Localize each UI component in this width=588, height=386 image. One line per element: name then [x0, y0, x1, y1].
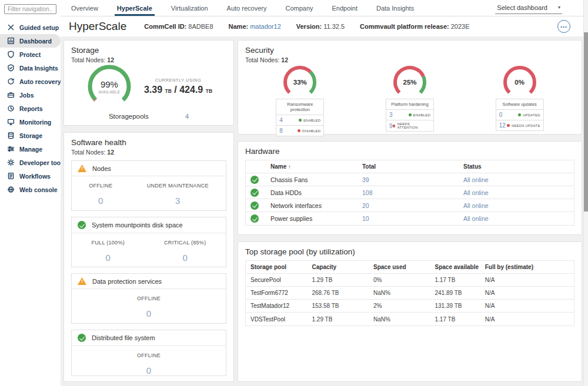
sidebar-item-manage[interactable]: Manage: [0, 142, 61, 156]
total-count-link[interactable]: 10: [362, 215, 463, 222]
needs-update-count-link[interactable]: 12: [499, 122, 506, 129]
ellipsis-icon: •••: [560, 24, 567, 29]
enabled-count-link[interactable]: 4: [279, 117, 283, 123]
tab-overview[interactable]: Overview: [62, 0, 108, 16]
nodes-maintenance-count-link[interactable]: 3: [147, 196, 209, 206]
green-dot-icon: [409, 113, 412, 116]
select-dashboard-dropdown[interactable]: Select dashboard ▾: [495, 2, 562, 14]
gauge-sublabel: AVAILABLE: [99, 90, 121, 94]
enabled-count-link[interactable]: 3: [389, 112, 393, 118]
currently-using-label: CURRENTLY USING: [144, 78, 212, 83]
nodes-maintenance-stat: UNDER MAINTENANCE 3: [147, 183, 209, 206]
security-card-title: Security: [245, 46, 574, 55]
software-health-total-nodes: Total Nodes: 12: [71, 149, 226, 156]
monitor-icon: [7, 118, 15, 126]
status-link[interactable]: All online: [463, 215, 574, 222]
top-storage-pool-card: Top storage pool (by utilization) Storag…: [238, 241, 582, 382]
sidebar-item-web-console[interactable]: Web console: [0, 183, 61, 196]
storage-availability-gauge: 99% AVAILABLE: [85, 62, 133, 110]
total-count-link[interactable]: 20: [362, 202, 463, 209]
table-row: Data HDDs 108 All online: [246, 186, 574, 199]
sort-ascending-icon[interactable]: ↑: [288, 164, 291, 170]
tab-endpoint[interactable]: Endpoint: [323, 0, 367, 16]
platform-hardening-gauge: 25%: [391, 63, 429, 101]
storage-usage: CURRENTLY USING 3.39 TB / 424.9 TB: [144, 78, 212, 95]
sidebar-item-monitoring[interactable]: Monitoring: [0, 115, 61, 129]
top-storage-pool-table: Storage pool Capacity Space used Space a…: [245, 260, 574, 326]
commcell-name-link[interactable]: matador12: [248, 23, 281, 30]
total-count-link[interactable]: 39: [362, 176, 463, 183]
storage-card: Storage Total Nodes: 12 99% AVAILABLE CU…: [64, 40, 234, 126]
report-clock-icon: [7, 105, 15, 112]
database-icon: [7, 132, 15, 139]
distributed-fs-section: Distributed file system OFFLINE 0: [71, 330, 226, 376]
globe-icon: [7, 186, 15, 193]
table-row: Power supplies 10 All online: [246, 212, 574, 225]
storagepools-count-link[interactable]: 4: [185, 113, 189, 120]
more-options-button[interactable]: •••: [557, 20, 570, 33]
table-row: 4 ENABLED: [276, 115, 323, 126]
security-total-nodes: Total Nodes: 12: [245, 56, 574, 63]
top-pool-table-header: Storage pool Capacity Space used Space a…: [246, 261, 574, 274]
table-row: TestMatador12 153.58 TB 2% 131.39 TB N/A: [246, 300, 574, 313]
table-row: 0 UPDATED: [496, 110, 543, 120]
tab-data-insights[interactable]: Data Insights: [367, 0, 423, 16]
storage-card-title: Storage: [71, 46, 226, 55]
commcell-name: Name:matador12: [229, 23, 281, 30]
disabled-count-link[interactable]: 8: [279, 127, 283, 134]
mountpoints-critical-stat: CRITICAL (85%) 0: [164, 240, 206, 263]
sidebar-item-workflows[interactable]: Workflows: [0, 169, 61, 183]
status-link[interactable]: All online: [463, 176, 574, 183]
status-link[interactable]: All online: [463, 189, 574, 196]
filter-navigation-input[interactable]: [4, 4, 56, 14]
header-meta: CommCell ID:8ADBE8 Name:matador12 Versio…: [144, 23, 469, 30]
tab-company[interactable]: Company: [276, 0, 322, 16]
usage-values: 3.39 TB / 424.9 TB: [144, 85, 212, 95]
table-row: TestForm6772 268.76 TB NaN% 241.89 TB N/…: [246, 287, 574, 300]
sidebar-item-developer-tools[interactable]: Developer tools: [0, 156, 61, 169]
storagepools-label: Storagepools: [109, 113, 149, 120]
hardware-card: Hardware Name ↑ Total Status Chassis Fan…: [238, 141, 582, 235]
sidebar-item-guided-setup[interactable]: Guided setup: [0, 21, 61, 34]
total-count-link[interactable]: 108: [362, 189, 463, 196]
sidebar-item-jobs[interactable]: Jobs: [0, 88, 61, 102]
status-link[interactable]: All online: [463, 202, 574, 209]
sidebar-item-data-insights[interactable]: Data Insights: [0, 61, 61, 75]
tab-hyperscale[interactable]: HyperScale: [108, 0, 162, 16]
scrollbar-thumb[interactable]: [584, 32, 588, 212]
chevron-down-icon: ▾: [558, 5, 560, 10]
software-health-title: Software health: [71, 138, 226, 147]
tab-auto-recovery[interactable]: Auto recovery: [218, 0, 276, 16]
right-column: Security Total Nodes: 12 33% Ransomware …: [238, 40, 582, 382]
nodes-offline-count-link[interactable]: 0: [89, 196, 112, 206]
hardware-table: Name ↑ Total Status Chassis Fans 39 All …: [245, 160, 574, 226]
security-card: Security Total Nodes: 12 33% Ransomware …: [238, 40, 582, 135]
sidebar-item-auto-recovery[interactable]: Auto recovery: [0, 75, 61, 88]
table-row: VDSTestPool 1.29 TB NaN% 1.17 TB N/A: [246, 313, 574, 325]
dfs-offline-count-link[interactable]: 0: [137, 365, 161, 375]
sidebar-item-storage[interactable]: Storage: [0, 129, 61, 142]
tab-virtualization[interactable]: Virtualization: [162, 0, 218, 16]
mountpoints-section: System mountpoints disk space FULL (100%…: [71, 217, 226, 267]
nodes-section: Nodes OFFLINE 0 UNDER MAINTENANCE 3: [71, 160, 226, 211]
sidebar-nav: Guided setup Dashboard Protect Data Insi…: [0, 21, 61, 196]
recovery-arrow-icon: [7, 78, 15, 85]
dps-offline-stat: OFFLINE 0: [137, 296, 161, 318]
gear-icon: [7, 159, 15, 166]
mountpoints-full-stat: FULL (100%) 0: [92, 240, 125, 263]
table-row: 3 ENABLED: [386, 110, 433, 120]
green-dot-icon: [518, 113, 521, 116]
dps-offline-count-link[interactable]: 0: [137, 308, 161, 318]
vertical-scrollbar: [583, 0, 588, 386]
commcell-id: CommCell ID:8ADBE8: [144, 23, 213, 30]
sidebar-item-protect[interactable]: Protect: [0, 48, 61, 61]
mountpoints-full-count-link[interactable]: 0: [92, 253, 125, 263]
mountpoints-critical-count-link[interactable]: 0: [164, 253, 206, 263]
sidebar-item-dashboard[interactable]: Dashboard: [0, 34, 61, 48]
updated-count-link[interactable]: 0: [499, 112, 503, 118]
table-row: Network interfaces 20 All online: [246, 199, 574, 212]
hardware-table-header: Name ↑ Total Status: [246, 160, 574, 173]
sidebar-item-reports[interactable]: Reports: [0, 102, 61, 115]
dfs-offline-stat: OFFLINE 0: [137, 353, 161, 375]
dashboard-content: Storage Total Nodes: 12 99% AVAILABLE CU…: [61, 36, 583, 386]
